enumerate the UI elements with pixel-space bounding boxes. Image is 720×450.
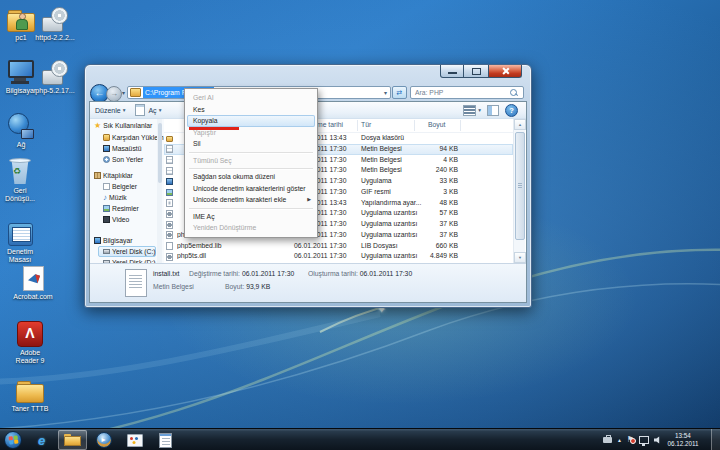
search-box[interactable]: Ara: PHP [410, 86, 524, 99]
sidebar-item-video[interactable]: Video [103, 214, 129, 225]
column-header-type[interactable]: Tür [361, 121, 371, 128]
menu-item-ime[interactable]: IME Aç [187, 211, 315, 223]
forward-arrow-icon: → [110, 89, 118, 98]
menu-item-insert-unicode[interactable]: Unicode denetim karakteri ekle ▶ [187, 194, 315, 206]
installer-icon [42, 60, 68, 85]
preview-pane-icon[interactable] [487, 105, 499, 116]
desktop-icon-taner-folder[interactable]: Taner TTTB [7, 376, 53, 413]
volume-icon[interactable] [654, 436, 662, 444]
pictures-icon [103, 205, 110, 212]
scrollbar-thumb[interactable] [158, 123, 162, 183]
address-dropdown-icon[interactable]: ▾ [384, 89, 390, 96]
shared-folder-icon [7, 10, 35, 32]
context-menu: Geri Al Kes Kopyala Yapıştır Sil Tümünü … [184, 88, 318, 238]
clock-time: 13:54 [663, 432, 703, 440]
desktop-icon-label: Taner TTTB [7, 405, 53, 413]
scroll-up-icon[interactable]: ▲ [514, 119, 526, 130]
start-button[interactable] [4, 431, 22, 449]
file-list-scrollbar[interactable]: ▲ ▼ [513, 119, 525, 263]
installer-icon [42, 7, 68, 32]
music-note-icon: ♪ [103, 194, 107, 202]
internet-explorer-icon: e [38, 433, 45, 448]
details-created-label: Oluşturma tarihi: [308, 270, 358, 277]
sidebar-item-pictures[interactable]: Resimler [103, 203, 139, 214]
menu-item-show-unicode[interactable]: Unicode denetim karakterlerini göster [187, 183, 315, 195]
details-size-value: 93,9 KB [246, 283, 270, 290]
libraries-icon [94, 172, 101, 179]
minimize-icon [448, 72, 457, 74]
folder-icon [16, 381, 44, 403]
desktop-icon-acrobat-com[interactable]: Acrobat.com [10, 264, 56, 301]
help-button[interactable]: ? [505, 104, 518, 117]
taskbar-notepad[interactable] [151, 430, 180, 450]
show-desktop-button[interactable] [711, 429, 720, 450]
sidebar-item-desktop[interactable]: Masaüstü [103, 143, 141, 154]
desktop-icon-php[interactable]: php-5.2.17... [32, 58, 78, 95]
taskbar-clock[interactable]: 13:54 06.12.2011 [663, 432, 703, 447]
minimize-button[interactable] [440, 65, 464, 78]
close-button[interactable] [489, 65, 522, 78]
organize-button[interactable]: Düzenle ▾ [90, 102, 130, 118]
show-hidden-icons[interactable]: ▲ [617, 437, 622, 443]
views-icon [463, 105, 476, 116]
scrollbar-thumb[interactable] [515, 132, 525, 240]
sidebar-item-recent-places[interactable]: Son Yerler [103, 154, 143, 165]
open-button[interactable]: Aç ▾ [130, 102, 166, 118]
history-dropdown-icon[interactable]: ▾ [122, 89, 125, 96]
sidebar-item-computer[interactable]: Bilgisayar [94, 235, 132, 246]
control-panel-icon [8, 223, 33, 246]
details-file-type: Metin Belgesi [153, 283, 194, 290]
navigation-pane: ★ Sık Kullanılanlar Karşıdan Yüklem Masa… [90, 119, 164, 263]
sidebar-item-local-disk-c[interactable]: Yerel Disk (C:) [103, 246, 156, 257]
desktop-icon-adobe-reader[interactable]: Λ Adobe Reader 9 [12, 320, 48, 364]
file-row[interactable]: php5ts.dll06.01.2011 17:30 Uygulama uzan… [164, 251, 513, 262]
video-icon [103, 216, 110, 223]
chevron-down-icon: ▾ [123, 107, 126, 113]
annotation-red-underline [189, 127, 239, 130]
views-button[interactable]: ▾ [463, 105, 481, 116]
dll-file-icon [166, 210, 173, 218]
close-icon [502, 67, 509, 74]
desktop-icon-label: Geri Dönüşü... [2, 187, 38, 202]
taskbar-internet-explorer[interactable]: e [27, 430, 56, 450]
taskbar-windows-explorer[interactable] [58, 430, 87, 450]
sidebar-item-music[interactable]: ♪ Müzik [103, 192, 127, 203]
sidebar-item-documents[interactable]: Belgeler [103, 181, 137, 192]
forward-button[interactable]: → [106, 86, 122, 102]
column-header-size[interactable]: Boyut [428, 121, 445, 128]
tray-app-icon[interactable] [603, 437, 612, 443]
scroll-down-icon[interactable]: ▼ [514, 252, 526, 263]
network-status-icon[interactable] [639, 436, 649, 444]
refresh-button[interactable]: ⇄ [392, 86, 407, 99]
taskbar-paint[interactable] [120, 430, 149, 450]
details-created-value: 06.01.2011 17:30 [360, 270, 412, 277]
desktop-icon-ag[interactable]: Ağ [0, 112, 44, 149]
menu-item-delete[interactable]: Sil [187, 138, 315, 150]
maximize-button[interactable] [464, 65, 489, 78]
refresh-icon: ⇄ [397, 89, 403, 96]
dll-file-icon [166, 253, 173, 261]
menu-item-rtl-reading[interactable]: Sağdan sola okuma düzeni [187, 171, 315, 183]
sidebar-item-downloads[interactable]: Karşıdan Yüklem [103, 132, 164, 143]
clock-date: 06.12.2011 [663, 440, 703, 448]
file-row[interactable]: php5embed.lib06.01.2011 17:30 LIB Dosyas… [164, 241, 513, 252]
sidebar-item-libraries[interactable]: Kitaplıklar [94, 170, 133, 181]
action-center-icon[interactable]: ⚑ [627, 436, 634, 444]
sidebar-scrollbar[interactable] [157, 119, 162, 263]
downloads-folder-icon [103, 134, 110, 141]
text-file-icon [166, 156, 173, 164]
config-file-icon [166, 199, 173, 207]
recycle-bin-icon: ♻ [9, 158, 31, 185]
details-modified-value: 06.01.2011 17:30 [242, 270, 294, 277]
menu-item-cut[interactable]: Kes [187, 104, 315, 116]
desktop-icon-httpd[interactable]: httpd-2.2.2... [32, 5, 78, 42]
menu-item-copy[interactable]: Kopyala [187, 115, 315, 127]
details-file-name: install.txt [153, 270, 179, 277]
sidebar-item-favorites[interactable]: ★ Sık Kullanılanlar [94, 120, 152, 131]
desktop-icon-recycle-bin[interactable]: ♻ Geri Dönüşü... [2, 158, 38, 202]
documents-icon [103, 183, 110, 190]
desktop-icon-denetim-masasi[interactable]: Denetim Masası [2, 219, 38, 263]
taskbar-media-player[interactable]: ▸ [89, 430, 118, 450]
application-icon [166, 178, 173, 185]
search-icon [510, 89, 517, 96]
